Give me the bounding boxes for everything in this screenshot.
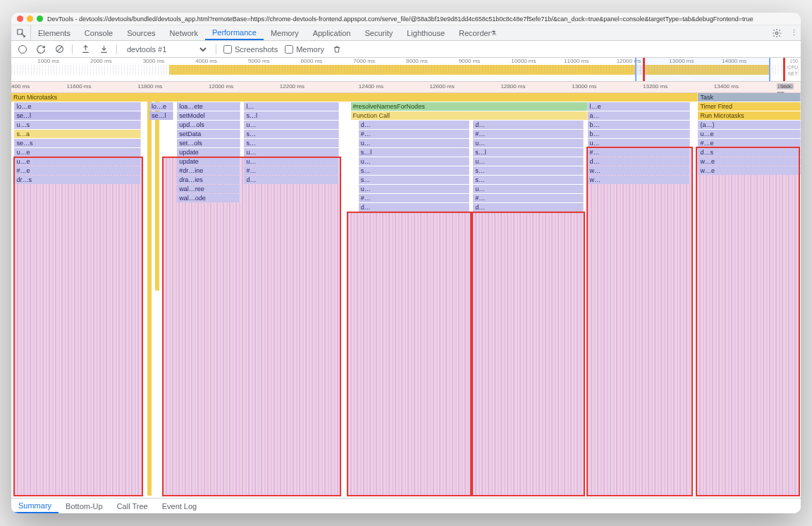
flame-block[interactable]: #dr…ine	[177, 166, 240, 175]
screenshots-checkbox[interactable]: Screenshots	[223, 45, 278, 54]
flame-block[interactable]: #resolveNamesForNodes	[351, 102, 588, 111]
flame-block[interactable]: se…l	[149, 111, 173, 120]
profile-selector[interactable]: devtools #1	[124, 44, 209, 54]
flame-block[interactable]: set…ols	[177, 139, 240, 147]
record-button[interactable]	[17, 44, 28, 55]
flame-block[interactable]: u…	[588, 139, 691, 147]
details-tab-summary[interactable]: Summary	[11, 499, 59, 513]
flame-block[interactable]: u…	[359, 139, 469, 147]
flame-block[interactable]: #…	[244, 166, 338, 175]
flame-deep-region[interactable]	[14, 157, 142, 496]
download-profile-button[interactable]	[98, 44, 109, 55]
flame-block[interactable]: u…e	[14, 157, 140, 166]
flame-block[interactable]: d…	[588, 157, 691, 166]
flame-block[interactable]: s…	[473, 176, 584, 184]
flame-block[interactable]: s…l	[359, 148, 469, 157]
flame-block[interactable]: setData	[177, 130, 240, 138]
flame-deep-region[interactable]	[696, 148, 799, 496]
flame-block[interactable]: #…e	[14, 166, 140, 175]
flame-block[interactable]: w…e	[698, 157, 801, 166]
details-tab-event-log[interactable]: Event Log	[155, 499, 204, 513]
flame-thin-task[interactable]	[155, 93, 159, 290]
memory-checkbox[interactable]: Memory	[285, 45, 324, 54]
flame-block[interactable]: #…	[473, 194, 584, 202]
flame-block[interactable]: w…e	[698, 166, 801, 175]
flame-block[interactable]: l…e	[588, 102, 691, 111]
flame-thin-task[interactable]	[147, 93, 152, 496]
flame-block[interactable]: #…e	[698, 139, 801, 147]
flame-block[interactable]: se…s	[14, 139, 140, 147]
flame-block[interactable]: u…	[473, 185, 584, 193]
flame-block[interactable]: b…	[588, 130, 691, 138]
more-menu-icon[interactable]: ⋮	[787, 25, 801, 40]
overview-brush[interactable]	[635, 58, 771, 81]
flame-block[interactable]: Timer Fired	[698, 102, 801, 111]
flame-block[interactable]: u…	[244, 148, 338, 157]
close-window-button[interactable]	[17, 16, 23, 22]
overview-panel[interactable]: 1000 ms2000 ms3000 ms4000 ms5000 ms6000 …	[11, 58, 801, 82]
flame-block[interactable]: u…	[473, 157, 584, 166]
flame-block[interactable]: u…	[244, 157, 338, 166]
flame-block[interactable]: lo…e	[14, 102, 140, 111]
flame-block[interactable]: s…	[244, 130, 338, 138]
panel-tab-lighthouse[interactable]: Lighthouse	[400, 25, 452, 40]
flame-block[interactable]: upd…ols	[177, 121, 240, 129]
maximize-window-button[interactable]	[37, 16, 43, 22]
flame-block[interactable]: update	[177, 148, 240, 157]
flame-block[interactable]: s…	[359, 176, 469, 184]
flame-block[interactable]: Run Microtasks	[698, 111, 801, 120]
panel-tab-security[interactable]: Security	[357, 25, 400, 40]
flame-block[interactable]: w…	[588, 166, 691, 175]
flame-block[interactable]: Run Microtasks	[11, 93, 698, 102]
flame-block[interactable]: s…	[359, 166, 469, 175]
trash-button[interactable]	[331, 44, 343, 55]
flame-block[interactable]: (a…)	[698, 121, 801, 129]
panel-tab-elements[interactable]: Elements	[31, 25, 78, 40]
upload-profile-button[interactable]	[80, 44, 91, 55]
flame-block[interactable]: s…	[244, 139, 338, 147]
minimize-window-button[interactable]	[27, 16, 33, 22]
flame-block[interactable]: u…e	[698, 130, 801, 138]
flame-block[interactable]: d…	[359, 121, 469, 129]
flame-block[interactable]: s…l	[244, 111, 338, 120]
flame-block[interactable]: lo…e	[149, 102, 173, 111]
timeline-ruler[interactable]: 400 ms11600 ms11800 ms12000 ms12200 ms12…	[11, 82, 801, 93]
flame-block[interactable]: se…l	[14, 111, 140, 120]
flame-block[interactable]: Task	[698, 93, 801, 102]
flame-block[interactable]: u…	[473, 139, 584, 147]
flame-block[interactable]: u…s	[14, 121, 140, 129]
details-tab-call-tree[interactable]: Call Tree	[110, 499, 155, 513]
flame-block[interactable]: u…	[244, 121, 338, 129]
flame-block[interactable]: d…	[473, 121, 584, 129]
panel-tab-memory[interactable]: Memory	[264, 25, 306, 40]
flame-block[interactable]: wal…ode	[177, 194, 240, 202]
details-tab-bottom-up[interactable]: Bottom-Up	[59, 499, 110, 513]
flame-block[interactable]: d…	[359, 203, 469, 212]
reload-record-button[interactable]	[35, 44, 47, 55]
flame-block[interactable]: u…	[359, 185, 469, 193]
panel-tab-console[interactable]: Console	[78, 25, 120, 40]
flame-block[interactable]: b…	[588, 121, 691, 129]
flame-block[interactable]: s…a	[14, 130, 140, 138]
flame-block[interactable]: w…	[588, 176, 691, 184]
flame-block[interactable]: update	[177, 157, 240, 166]
inspect-element-button[interactable]	[11, 25, 31, 40]
flame-block[interactable]: dr…s	[14, 176, 140, 184]
flame-block[interactable]: loa…ete	[177, 102, 240, 111]
panel-tab-recorder[interactable]: Recorder ⚗	[452, 25, 503, 40]
flame-block[interactable]: a…	[588, 111, 691, 120]
flame-block[interactable]: u…	[359, 157, 469, 166]
flame-block[interactable]: d…s	[698, 148, 801, 157]
panel-tab-performance[interactable]: Performance	[205, 25, 264, 40]
flame-deep-region[interactable]	[472, 213, 584, 496]
flame-block[interactable]: s…l	[473, 148, 584, 157]
panel-tab-network[interactable]: Network	[163, 25, 205, 40]
flame-block[interactable]: s…	[473, 166, 584, 175]
panel-tab-sources[interactable]: Sources	[120, 25, 162, 40]
flame-block[interactable]: l…	[244, 102, 338, 111]
clear-button[interactable]	[54, 44, 65, 55]
flame-block[interactable]: #…	[473, 130, 584, 138]
flame-deep-region[interactable]	[588, 148, 692, 496]
flame-chart[interactable]: Run MicrotasksTasklo…elo…eloa…etel…#reso…	[11, 93, 801, 498]
panel-tab-application[interactable]: Application	[306, 25, 358, 40]
